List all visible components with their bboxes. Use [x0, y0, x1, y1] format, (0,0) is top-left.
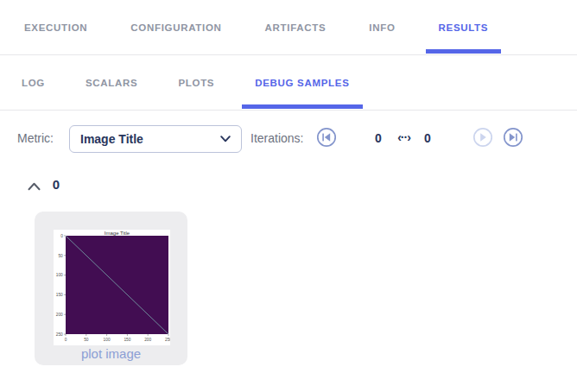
debug-samples-toolbar: Metric: Image Title Iterations: 0 ‹··› 0 — [0, 111, 577, 168]
results-tab-bar: LOG SCALARS PLOTS DEBUG SAMPLES — [0, 55, 577, 111]
svg-text:50: 50 — [84, 338, 89, 342]
tab-debug-samples[interactable]: DEBUG SAMPLES — [255, 55, 349, 110]
debug-sample-card[interactable]: Image Title05010015020025005010015020025… — [35, 212, 187, 365]
svg-text:100: 100 — [104, 338, 111, 342]
svg-text:250: 250 — [165, 338, 170, 342]
iteration-max-value: 0 — [417, 131, 438, 145]
svg-text:150: 150 — [124, 338, 130, 342]
chevron-up-icon — [28, 180, 41, 193]
tab-log[interactable]: LOG — [22, 55, 45, 110]
primary-tab-bar: EXECUTION CONFIGURATION ARTIFACTS INFO R… — [0, 0, 577, 55]
iteration-range-arrow: ‹··› — [390, 130, 418, 145]
svg-text:50: 50 — [58, 254, 63, 258]
tab-plots[interactable]: PLOTS — [178, 55, 214, 110]
tab-scalars[interactable]: SCALARS — [86, 55, 137, 110]
section-iteration-label: 0 — [48, 177, 65, 192]
svg-text:200: 200 — [144, 338, 151, 342]
previous-iteration-button[interactable] — [316, 127, 337, 148]
skip-next-icon — [503, 127, 523, 148]
svg-text:0: 0 — [65, 338, 67, 342]
tab-info[interactable]: INFO — [369, 0, 395, 54]
tab-configuration[interactable]: CONFIGURATION — [130, 0, 221, 54]
next-iteration-button[interactable] — [472, 127, 493, 148]
plot-thumbnail: Image Title05010015020025005010015020025… — [54, 230, 170, 345]
play-next-icon — [472, 127, 493, 148]
svg-text:0: 0 — [60, 234, 63, 238]
metric-select-value: Image Title — [80, 132, 143, 146]
metric-select[interactable]: Image Title — [69, 125, 242, 153]
tab-artifacts[interactable]: ARTIFACTS — [265, 0, 327, 54]
tab-results[interactable]: RESULTS — [439, 0, 489, 54]
svg-text:150: 150 — [56, 293, 63, 297]
results-debug-samples-view: EXECUTION CONFIGURATION ARTIFACTS INFO R… — [0, 0, 577, 392]
chevron-down-icon — [220, 136, 231, 142]
newest-iteration-button[interactable] — [503, 127, 523, 148]
metric-label: Metric: — [17, 131, 54, 145]
svg-text:200: 200 — [56, 313, 63, 317]
iteration-min-value: 0 — [368, 131, 389, 145]
svg-text:250: 250 — [56, 332, 63, 337]
skip-previous-icon — [316, 127, 337, 148]
svg-text:100: 100 — [56, 273, 63, 277]
debug-sample-caption: plot image — [35, 346, 187, 361]
collapse-section-button[interactable] — [22, 174, 43, 195]
svg-text:Image Title: Image Title — [105, 231, 130, 236]
tab-execution[interactable]: EXECUTION — [24, 0, 87, 54]
iterations-label: Iterations: — [250, 131, 303, 145]
